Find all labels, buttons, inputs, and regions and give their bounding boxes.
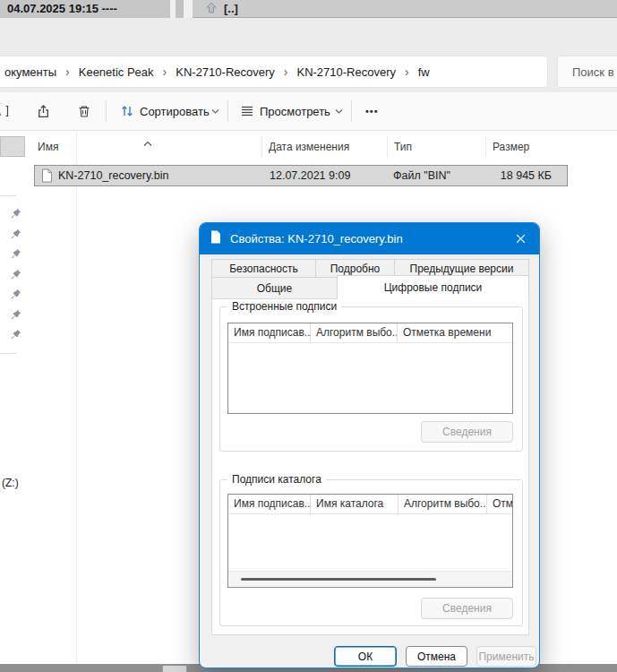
more-options-button[interactable]: •••	[365, 92, 379, 130]
svg-text:A: A	[0, 106, 1, 118]
background-panel-separator	[170, 0, 193, 18]
dialog-titlebar[interactable]: Свойства: KN-2710_recovery.bin	[200, 223, 539, 254]
sidebar-border	[76, 132, 77, 664]
close-icon[interactable]	[501, 223, 539, 254]
file-type: Файл "BIN"	[393, 169, 450, 182]
sort-button[interactable]: Сортировать	[140, 92, 210, 130]
explorer-top-band: окументы › Keenetic Peak › KN-2710-Recov…	[0, 18, 617, 92]
chevron-right-icon: ›	[284, 65, 288, 78]
column-header-date[interactable]: Дата изменения	[269, 141, 349, 153]
details-button: Сведения	[421, 598, 513, 619]
tab-panel: Встроенные подписи Имя подписав... Алгор…	[211, 298, 529, 635]
trash-icon	[77, 104, 91, 119]
chevron-right-icon: ›	[405, 65, 409, 78]
column-header-name[interactable]: Имя	[38, 141, 58, 153]
view-button[interactable]: Просмотреть	[260, 92, 330, 130]
list-column-digest[interactable]: Алгоритм выбо...	[398, 495, 487, 513]
file-name: KN-2710_recovery.bin	[58, 169, 168, 182]
chevron-right-icon: ›	[65, 65, 70, 78]
embedded-signatures-group: Встроенные подписи Имя подписав... Алгор…	[219, 306, 523, 452]
list-column-timestamp[interactable]: Отметка времени	[398, 323, 512, 342]
panel-splitter[interactable]	[176, 0, 184, 18]
breadcrumb: окументы › Keenetic Peak › KN-2710-Recov…	[4, 65, 430, 79]
screen: 04.07.2025 19:15 ---- [..] окументы › Ke…	[0, 0, 617, 672]
share-button[interactable]	[36, 92, 51, 130]
list-header: Имя подписав... Алгоритм выбо... Отметка…	[228, 323, 512, 343]
pin-icon	[11, 228, 21, 239]
sidebar-scroll-fragment	[0, 136, 25, 157]
address-bar[interactable]: окументы › Keenetic Peak › KN-2710-Recov…	[0, 56, 548, 88]
view-icon	[240, 92, 254, 130]
chevron-right-icon: ›	[163, 65, 167, 78]
properties-dialog: Свойства: KN-2710_recovery.bin Безопасно…	[199, 222, 540, 668]
cancel-button[interactable]: Отмена	[406, 646, 467, 667]
breadcrumb-segment[interactable]: KN-2710-Recovery	[296, 65, 396, 79]
chevron-down-icon	[211, 92, 219, 130]
file-row[interactable]: KN-2710_recovery.bin 12.07.2021 9:09 Фай…	[34, 165, 568, 186]
sort-ascending-icon	[143, 134, 152, 151]
embedded-signatures-list[interactable]: Имя подписав... Алгоритм выбо... Отметка…	[227, 323, 513, 414]
breadcrumb-segment[interactable]: Keenetic Peak	[79, 65, 154, 79]
tab-digital-signatures[interactable]: Цифровые подписи	[337, 275, 529, 299]
group-label: Подписи каталога	[227, 473, 326, 486]
toolbar-divider	[351, 100, 352, 122]
pin-icon	[11, 269, 21, 280]
catalog-signatures-group: Подписи каталога Имя подписав... Имя кат…	[219, 479, 523, 626]
breadcrumb-segment[interactable]: окументы	[4, 65, 56, 79]
pin-icon	[11, 329, 21, 340]
column-header-type[interactable]: Тип	[394, 141, 412, 153]
background-window-fragment	[162, 666, 187, 672]
pin-icon	[11, 309, 21, 320]
file-date: 12.07.2021 9:09	[270, 169, 350, 182]
pin-icon	[11, 248, 21, 259]
rename-button[interactable]: A	[0, 92, 11, 130]
list-column-catalog[interactable]: Имя каталога	[311, 495, 398, 513]
breadcrumb-segment[interactable]: fw	[418, 65, 430, 79]
ok-button[interactable]: ОК	[334, 646, 397, 667]
tab-general[interactable]: Общие	[211, 277, 338, 299]
folder-up-icon[interactable]	[204, 2, 219, 19]
list-column-signer[interactable]: Имя подписав...	[228, 495, 311, 513]
toolbar-divider	[106, 100, 107, 122]
delete-button[interactable]	[77, 92, 91, 130]
sort-icon	[120, 92, 134, 130]
column-divider[interactable]	[387, 136, 388, 158]
parent-dir-item[interactable]: [..]	[224, 2, 238, 15]
share-icon	[36, 104, 51, 119]
tab-security[interactable]: Безопасность	[211, 259, 316, 278]
list-column-timestamp[interactable]: Отм	[487, 495, 512, 513]
scrollbar-thumb[interactable]	[241, 578, 436, 581]
file-icon	[41, 168, 53, 186]
command-bar: A Сортировать Просмотреть •••	[0, 92, 617, 131]
pin-icon	[11, 208, 21, 219]
toolbar-divider	[227, 100, 228, 122]
list-header: Имя подписав... Имя каталога Алгоритм вы…	[228, 495, 512, 514]
list-column-digest[interactable]: Алгоритм выбо...	[311, 323, 398, 342]
sidebar-divider	[0, 353, 16, 354]
horizontal-scrollbar[interactable]	[228, 571, 512, 587]
catalog-signatures-list[interactable]: Имя подписав... Имя каталога Алгоритм вы…	[227, 494, 513, 588]
background-left-panel-header: 04.07.2025 19:15 ----	[0, 0, 170, 18]
list-column-signer[interactable]: Имя подписав...	[228, 323, 311, 342]
apply-button: Применить	[476, 646, 536, 667]
search-input[interactable]: Поиск в	[557, 56, 617, 88]
sidebar-divider	[0, 195, 16, 196]
column-header-size[interactable]: Размер	[493, 141, 529, 153]
column-divider[interactable]	[261, 136, 262, 158]
column-divider[interactable]	[485, 136, 486, 158]
file-size: 18 945 КБ	[501, 169, 552, 182]
dialog-title: Свойства: KN-2710_recovery.bin	[230, 232, 403, 246]
details-button: Сведения	[421, 421, 513, 443]
search-placeholder: Поиск в	[572, 65, 614, 79]
background-status-text: 04.07.2025 19:15 ----	[7, 2, 117, 15]
breadcrumb-segment[interactable]: KN-2710-Recovery	[176, 65, 275, 79]
pin-icon	[11, 289, 21, 299]
sidebar-item-drive-z[interactable]: (Z:)	[2, 477, 19, 489]
document-icon	[210, 230, 221, 247]
background-filemanager-bar: 04.07.2025 19:15 ---- [..]	[0, 0, 617, 18]
group-label: Встроенные подписи	[227, 300, 341, 313]
chevron-down-icon	[335, 92, 343, 130]
